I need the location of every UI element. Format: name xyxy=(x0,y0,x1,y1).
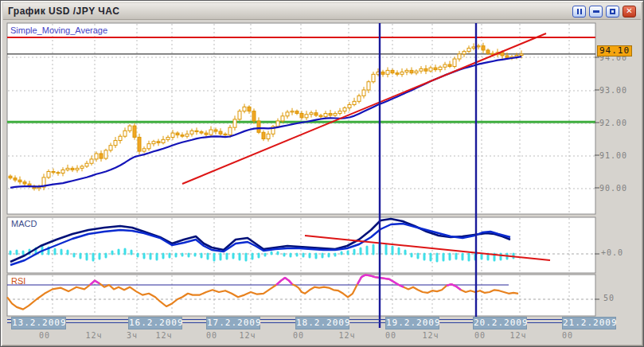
price-axis-label: 93.00 xyxy=(599,86,627,95)
date-axis-label: 13.2.2009 xyxy=(11,317,66,329)
macd-panel xyxy=(7,217,595,273)
rsi-indicator-label: RSI xyxy=(11,276,25,286)
time-axis-label: 3ч xyxy=(127,331,138,340)
price-axis-label: 92.00 xyxy=(599,119,627,127)
time-axis-label: 12ч xyxy=(239,331,256,340)
current-price-badge: 94.10 xyxy=(597,45,632,57)
time-axis-label: 12ч xyxy=(422,331,439,340)
panel-backgrounds xyxy=(7,23,595,316)
price-axis-label: 91.00 xyxy=(599,151,627,160)
time-axis-label: 12ч xyxy=(155,331,172,340)
time-axis-label: 00 xyxy=(39,331,50,340)
date-axis-label: 17.2.2009 xyxy=(206,317,260,329)
time-axis-label: 00 xyxy=(206,331,217,340)
price-axis-label: 90.00 xyxy=(599,184,627,193)
sma-indicator-label: Simple_Moving_Average xyxy=(10,25,107,35)
time-axis-label: 00 xyxy=(293,331,304,340)
chart-canvas xyxy=(1,1,644,347)
time-axis-label: 00 xyxy=(474,331,486,340)
time-axis-label: 12ч xyxy=(85,331,102,340)
macd-indicator-label: MACD xyxy=(11,219,37,228)
date-axis-label: 16.2.2009 xyxy=(128,317,182,329)
date-axis-label: 21.2.2009 xyxy=(562,317,616,329)
chart-window: График USD /JPY ЧАС ✕ Simple_Moving_Aver… xyxy=(0,0,644,347)
time-axis-label: 00 xyxy=(562,331,573,340)
rsi-mid-label: 50 xyxy=(603,294,615,302)
date-axis-label: 19.2.2009 xyxy=(385,317,439,329)
date-axis-label: 20.2.2009 xyxy=(473,317,527,329)
time-axis-label: 12ч xyxy=(338,331,355,340)
time-axis-label: 00 xyxy=(385,331,396,340)
date-axis-label: 18.2.2009 xyxy=(295,317,349,329)
time-axis-label: 12ч xyxy=(509,331,526,340)
macd-zero-label: +0.0 xyxy=(601,248,623,257)
